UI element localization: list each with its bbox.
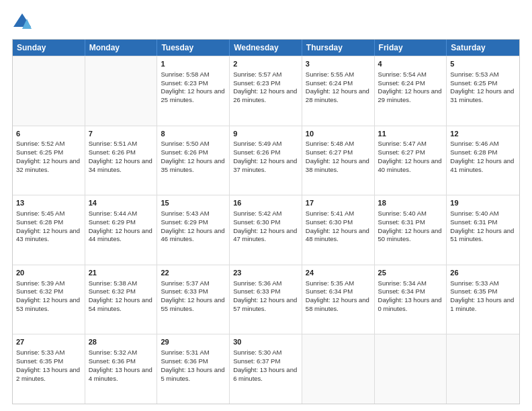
calendar-cell-info: Sunset: 6:29 PM [161, 218, 226, 227]
calendar-cell-info: Sunset: 6:25 PM [16, 148, 81, 157]
calendar-cell: 14Sunrise: 5:44 AMSunset: 6:29 PMDayligh… [85, 195, 158, 265]
calendar-cell-info: Daylight: 12 hours and 35 minutes. [161, 157, 226, 175]
calendar-cell-info: Daylight: 13 hours and 6 minutes. [233, 366, 298, 383]
calendar-cell-info: Sunset: 6:32 PM [16, 287, 81, 296]
calendar-cell-info: Sunrise: 5:58 AM [161, 71, 226, 79]
calendar-cell-info: Sunrise: 5:40 AM [378, 210, 443, 218]
calendar-cell-info: Daylight: 12 hours and 51 minutes. [450, 227, 516, 244]
calendar-cell-info: Sunrise: 5:54 AM [378, 71, 443, 79]
calendar-cell-info: Sunrise: 5:43 AM [161, 210, 226, 218]
calendar-cell-info: Sunset: 6:34 PM [378, 287, 443, 296]
calendar-day-number: 18 [378, 198, 443, 208]
calendar-cell: 10Sunrise: 5:48 AMSunset: 6:27 PMDayligh… [302, 126, 375, 195]
calendar-cell-info: Sunset: 6:37 PM [233, 357, 298, 366]
calendar-day-number: 4 [378, 59, 443, 69]
header [12, 12, 520, 32]
calendar-day-number: 10 [306, 129, 371, 139]
calendar-cell-empty [85, 56, 158, 126]
calendar-cell-info: Sunset: 6:34 PM [306, 287, 371, 296]
calendar-cell: 21Sunrise: 5:38 AMSunset: 6:32 PMDayligh… [85, 265, 158, 334]
calendar-cell-info: Daylight: 13 hours and 2 minutes. [16, 366, 81, 383]
calendar-day-number: 5 [450, 59, 516, 69]
calendar-cell-info: Daylight: 12 hours and 57 minutes. [233, 296, 298, 314]
calendar-cell-info: Daylight: 13 hours and 4 minutes. [89, 366, 154, 383]
logo [12, 12, 35, 32]
calendar-header-cell: Sunday [13, 40, 85, 56]
calendar-cell-info: Sunset: 6:35 PM [450, 287, 516, 296]
calendar-cell-info: Sunrise: 5:37 AM [161, 279, 226, 288]
calendar-day-number: 17 [306, 198, 371, 208]
calendar-cell-empty [13, 56, 85, 126]
calendar-week: 1Sunrise: 5:58 AMSunset: 6:23 PMDaylight… [13, 56, 519, 126]
calendar-cell-info: Daylight: 12 hours and 46 minutes. [161, 227, 226, 244]
calendar-day-number: 3 [306, 59, 371, 69]
calendar-cell: 1Sunrise: 5:58 AMSunset: 6:23 PMDaylight… [157, 56, 230, 126]
calendar-cell-info: Daylight: 13 hours and 0 minutes. [378, 296, 443, 314]
calendar-day-number: 11 [378, 129, 443, 139]
calendar-cell-info: Daylight: 12 hours and 31 minutes. [450, 87, 516, 105]
calendar-cell-info: Daylight: 12 hours and 28 minutes. [306, 87, 371, 105]
calendar-day-number: 7 [89, 129, 154, 139]
calendar-cell: 9Sunrise: 5:49 AMSunset: 6:26 PMDaylight… [230, 126, 302, 195]
calendar-cell-info: Sunrise: 5:33 AM [450, 279, 516, 288]
calendar-day-number: 28 [89, 337, 154, 347]
calendar-cell-info: Sunset: 6:23 PM [161, 79, 226, 88]
calendar-cell: 7Sunrise: 5:51 AMSunset: 6:26 PMDaylight… [85, 126, 158, 195]
calendar-cell-info: Sunset: 6:29 PM [89, 218, 154, 227]
calendar-cell-info: Sunset: 6:28 PM [16, 218, 81, 227]
calendar-cell-info: Sunrise: 5:49 AM [233, 140, 298, 148]
calendar-day-number: 29 [161, 337, 226, 347]
calendar-day-number: 26 [450, 268, 516, 278]
calendar-day-number: 19 [450, 198, 516, 208]
calendar-cell: 17Sunrise: 5:41 AMSunset: 6:30 PMDayligh… [302, 195, 375, 265]
calendar-cell-info: Daylight: 12 hours and 44 minutes. [89, 227, 154, 244]
calendar-cell-info: Daylight: 12 hours and 38 minutes. [306, 157, 371, 175]
calendar-day-number: 13 [16, 198, 81, 208]
calendar-cell: 3Sunrise: 5:55 AMSunset: 6:24 PMDaylight… [302, 56, 375, 126]
calendar-cell-info: Daylight: 12 hours and 58 minutes. [306, 296, 371, 314]
calendar-cell-info: Sunrise: 5:33 AM [16, 349, 81, 357]
calendar-cell: 16Sunrise: 5:42 AMSunset: 6:30 PMDayligh… [230, 195, 302, 265]
calendar-cell: 20Sunrise: 5:39 AMSunset: 6:32 PMDayligh… [13, 265, 85, 334]
calendar-cell-info: Daylight: 12 hours and 55 minutes. [161, 296, 226, 314]
calendar-cell: 24Sunrise: 5:35 AMSunset: 6:34 PMDayligh… [302, 265, 375, 334]
calendar-cell-info: Daylight: 12 hours and 26 minutes. [233, 87, 298, 105]
calendar-cell: 11Sunrise: 5:47 AMSunset: 6:27 PMDayligh… [375, 126, 447, 195]
calendar-day-number: 15 [161, 198, 226, 208]
calendar-cell-info: Sunset: 6:26 PM [233, 148, 298, 157]
calendar-cell: 18Sunrise: 5:40 AMSunset: 6:31 PMDayligh… [375, 195, 447, 265]
calendar-week: 6Sunrise: 5:52 AMSunset: 6:25 PMDaylight… [13, 126, 519, 195]
calendar-cell-info: Sunrise: 5:51 AM [89, 140, 154, 148]
calendar-header-cell: Friday [375, 40, 447, 56]
calendar-cell-info: Daylight: 12 hours and 41 minutes. [450, 157, 516, 175]
calendar-day-number: 8 [161, 129, 226, 139]
calendar-day-number: 9 [233, 129, 298, 139]
calendar-cell-info: Sunset: 6:36 PM [161, 357, 226, 366]
logo-icon [12, 12, 32, 32]
page: SundayMondayTuesdayWednesdayThursdayFrid… [0, 0, 532, 411]
calendar-cell: 15Sunrise: 5:43 AMSunset: 6:29 PMDayligh… [157, 195, 230, 265]
calendar-cell: 30Sunrise: 5:30 AMSunset: 6:37 PMDayligh… [230, 334, 302, 404]
calendar-cell-info: Sunrise: 5:32 AM [89, 349, 154, 357]
calendar-cell: 2Sunrise: 5:57 AMSunset: 6:23 PMDaylight… [230, 56, 302, 126]
calendar-cell-info: Sunrise: 5:55 AM [306, 71, 371, 79]
calendar-cell-info: Daylight: 12 hours and 54 minutes. [89, 296, 154, 314]
calendar-cell: 25Sunrise: 5:34 AMSunset: 6:34 PMDayligh… [375, 265, 447, 334]
calendar-cell-info: Sunrise: 5:41 AM [306, 210, 371, 218]
calendar-cell-info: Daylight: 12 hours and 37 minutes. [233, 157, 298, 175]
calendar-cell-info: Sunrise: 5:48 AM [306, 140, 371, 148]
calendar-day-number: 22 [161, 268, 226, 278]
calendar-cell-info: Daylight: 13 hours and 5 minutes. [161, 366, 226, 383]
calendar-cell-info: Daylight: 12 hours and 40 minutes. [378, 157, 443, 175]
calendar-cell-info: Daylight: 12 hours and 48 minutes. [306, 227, 371, 244]
calendar-cell-info: Sunrise: 5:46 AM [450, 140, 516, 148]
calendar-cell: 28Sunrise: 5:32 AMSunset: 6:36 PMDayligh… [85, 334, 158, 404]
calendar-cell-info: Sunrise: 5:50 AM [161, 140, 226, 148]
calendar-day-number: 14 [89, 198, 154, 208]
calendar-cell-info: Sunrise: 5:34 AM [378, 279, 443, 288]
calendar-day-number: 23 [233, 268, 298, 278]
calendar-day-number: 21 [89, 268, 154, 278]
calendar-cell: 23Sunrise: 5:36 AMSunset: 6:33 PMDayligh… [230, 265, 302, 334]
calendar-day-number: 2 [233, 59, 298, 69]
calendar-cell-info: Daylight: 12 hours and 43 minutes. [16, 227, 81, 244]
